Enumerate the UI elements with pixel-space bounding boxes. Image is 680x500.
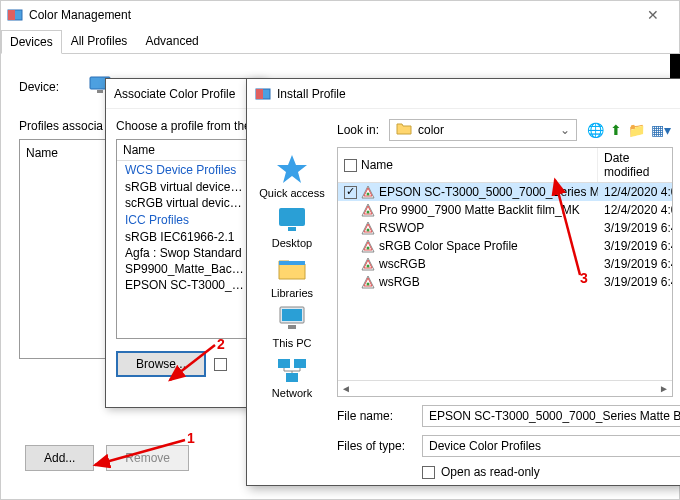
readonly-label: Open as read-only (441, 465, 540, 479)
profile-buttons: Add... Remove (25, 445, 189, 471)
filename-label: File name: (337, 409, 422, 423)
svg-rect-3 (97, 90, 103, 93)
tab-all-profiles[interactable]: All Profiles (62, 29, 137, 53)
place-desktop[interactable]: Desktop (272, 203, 312, 249)
file-row[interactable]: RSWOP3/19/2019 6:44 (338, 219, 672, 237)
annotation-2: 2 (217, 336, 225, 352)
file-row[interactable]: sRGB Color Space Profile3/19/2019 6:44 (338, 237, 672, 255)
svg-rect-5 (256, 89, 263, 99)
file-row[interactable]: wsRGB3/19/2019 6:44 (338, 273, 672, 291)
up-icon[interactable]: ⬆ (610, 122, 622, 138)
group-icc: ICC Profiles (117, 211, 253, 229)
annotation-3: 3 (580, 270, 588, 286)
list-item[interactable]: scRGB virtual device mod (117, 195, 253, 211)
place-quick-access[interactable]: Quick access (259, 153, 324, 199)
lookin-combo[interactable]: color ⌄ (389, 119, 577, 141)
file-row[interactable]: EPSON SC-T3000_5000_7000_Series Matte ..… (338, 183, 672, 201)
lookin-value: color (418, 123, 444, 137)
file-list-header: Name Date modified (338, 148, 672, 183)
filetype-value: Device Color Profiles (429, 439, 541, 453)
file-name: wsRGB (379, 275, 420, 289)
file-name: EPSON SC-T3000_5000_7000_Series Matte ..… (379, 185, 598, 199)
add-button[interactable]: Add... (25, 445, 94, 471)
file-name: wscRGB (379, 257, 426, 271)
file-dialog-title: Install Profile (247, 79, 680, 109)
tabstrip: Devices All Profiles Advanced (1, 29, 679, 54)
file-dialog-title-text: Install Profile (277, 87, 346, 101)
profile-list[interactable]: Name WCS Device Profiles sRGB virtual de… (116, 139, 254, 339)
list-item[interactable]: sRGB IEC61966-2.1 (117, 229, 253, 245)
filetype-combo[interactable]: Device Color Profiles ⌄ (422, 435, 680, 457)
file-row[interactable]: wscRGB3/19/2019 6:44 (338, 255, 672, 273)
remove-button: Remove (106, 445, 189, 471)
app-icon (7, 7, 23, 23)
svg-point-27 (367, 247, 370, 250)
tab-devices[interactable]: Devices (1, 30, 62, 54)
views-icon[interactable]: ▦▾ (651, 122, 671, 138)
file-checkbox[interactable] (344, 186, 357, 199)
svg-rect-12 (288, 325, 296, 329)
file-date: 3/19/2019 6:44 (598, 239, 672, 253)
filename-combo[interactable]: EPSON SC-T3000_5000_7000_Series Matte Ba… (422, 405, 680, 427)
svg-rect-9 (279, 261, 305, 265)
file-name: sRGB Color Space Profile (379, 239, 518, 253)
icc-profile-icon (361, 221, 375, 235)
svg-marker-6 (277, 155, 307, 183)
file-name: Pro 9900_7900 Matte Backlit film_MK (379, 203, 580, 217)
file-date: 3/19/2019 6:44 (598, 221, 672, 235)
scroll-right-icon[interactable]: ► (656, 383, 672, 394)
profile-col-name: Name (117, 140, 253, 161)
new-folder-icon[interactable]: 📁 (628, 122, 645, 138)
svg-rect-11 (282, 309, 302, 321)
col-date[interactable]: Date modified (598, 148, 672, 182)
list-item[interactable]: Agfa : Swop Standard (117, 245, 253, 261)
assoc-prompt: Choose a profile from the (116, 119, 254, 133)
lookin-label: Look in: (337, 123, 379, 137)
list-item[interactable]: EPSON SC-T3000_5000_7 (117, 277, 253, 293)
file-date: 12/4/2020 4:01 (598, 203, 672, 217)
svg-rect-1 (8, 10, 15, 20)
list-item[interactable]: sRGB virtual device mode (117, 179, 253, 195)
svg-point-30 (367, 265, 370, 268)
annotation-1: 1 (187, 430, 195, 446)
filename-value: EPSON SC-T3000_5000_7000_Series Matte Ba… (429, 409, 680, 423)
edge-accent (670, 54, 680, 78)
browse-button[interactable]: Browse... (116, 351, 206, 377)
scroll-left-icon[interactable]: ◄ (338, 383, 354, 394)
icc-profile-icon (361, 257, 375, 271)
svg-rect-8 (288, 227, 296, 231)
horizontal-scrollbar[interactable]: ◄ ► (338, 380, 672, 396)
window-title: Color Management (29, 8, 131, 22)
file-date: 3/19/2019 6:44 (598, 275, 672, 289)
place-libraries[interactable]: Libraries (271, 253, 313, 299)
assoc-checkbox[interactable] (214, 358, 227, 371)
install-profile-dialog: Install Profile Look in: color ⌄ 🌐 ⬆ 📁 ▦… (246, 78, 680, 486)
list-item[interactable]: SP9900_Matte_Backlit_Fil (117, 261, 253, 277)
file-list[interactable]: Name Date modified EPSON SC-T3000_5000_7… (337, 147, 673, 397)
col-name[interactable]: Name (361, 158, 393, 172)
back-icon[interactable]: 🌐 (587, 122, 604, 138)
place-network[interactable]: Network (272, 353, 312, 399)
app-icon (255, 86, 271, 102)
tab-advanced[interactable]: Advanced (136, 29, 207, 53)
svg-point-18 (367, 193, 370, 196)
file-row[interactable]: Pro 9900_7900 Matte Backlit film_MK12/4/… (338, 201, 672, 219)
icc-profile-icon (361, 239, 375, 253)
readonly-checkbox[interactable] (422, 466, 435, 479)
icc-profile-icon (361, 185, 375, 199)
file-name: RSWOP (379, 221, 424, 235)
file-date: 3/19/2019 6:44 (598, 257, 672, 271)
chevron-down-icon: ⌄ (560, 123, 570, 137)
folder-icon (396, 121, 412, 140)
file-date: 12/4/2020 4:01 (598, 185, 672, 199)
svg-point-21 (367, 211, 370, 214)
group-wcs: WCS Device Profiles (117, 161, 253, 179)
close-icon[interactable]: ✕ (633, 1, 673, 29)
icc-profile-icon (361, 275, 375, 289)
place-this-pc[interactable]: This PC (272, 303, 311, 349)
svg-point-33 (367, 283, 370, 286)
icc-profile-icon (361, 203, 375, 217)
svg-rect-14 (294, 359, 306, 368)
select-all-checkbox[interactable] (344, 159, 357, 172)
filetype-label: Files of type: (337, 439, 422, 453)
